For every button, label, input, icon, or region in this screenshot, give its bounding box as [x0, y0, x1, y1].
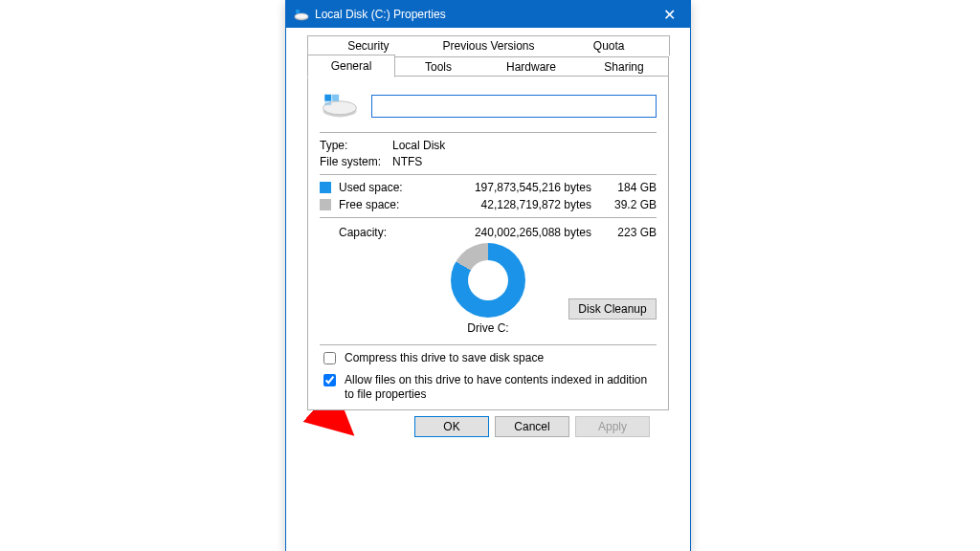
separator — [320, 132, 657, 133]
close-icon: ✕ — [663, 6, 676, 24]
separator — [320, 217, 657, 218]
used-bytes: 197,873,545,216 bytes — [421, 181, 591, 194]
properties-dialog: Local Disk (C:) Properties ✕ Security Pr… — [285, 0, 691, 551]
free-label: Free space: — [339, 198, 415, 211]
apply-button[interactable]: Apply — [575, 416, 650, 437]
dialog-content: Security Previous Versions Quota General… — [286, 28, 690, 441]
ok-button[interactable]: OK — [414, 416, 489, 437]
index-option[interactable]: Allow files on this drive to have conten… — [320, 373, 657, 402]
svg-rect-7 — [324, 102, 331, 106]
capacity-label: Capacity: — [339, 226, 415, 239]
window-title: Local Disk (C:) Properties — [315, 8, 446, 21]
compress-option[interactable]: Compress this drive to save disk space — [320, 351, 657, 367]
tab-quota[interactable]: Quota — [548, 35, 670, 55]
used-gb: 184 GB — [597, 181, 657, 194]
used-swatch-icon — [320, 182, 331, 193]
separator — [320, 344, 657, 345]
used-label: Used space: — [339, 181, 415, 194]
tab-previous-versions[interactable]: Previous Versions — [429, 35, 550, 55]
drive-icon-large — [320, 90, 360, 122]
free-swatch-icon — [320, 199, 331, 210]
capacity-gb: 223 GB — [597, 226, 657, 239]
fs-value: NTFS — [392, 155, 657, 168]
drive-icon — [294, 7, 309, 22]
usage-chart-icon — [451, 243, 525, 318]
cancel-button[interactable]: Cancel — [495, 416, 569, 437]
compress-checkbox[interactable] — [323, 352, 336, 364]
tab-row-2: General Tools Hardware Sharing — [307, 55, 669, 77]
index-label: Allow files on this drive to have conten… — [345, 373, 657, 402]
drive-caption: Drive C: — [467, 321, 508, 335]
type-value: Local Disk — [392, 139, 657, 152]
tab-sharing[interactable]: Sharing — [580, 56, 669, 77]
tab-strip: Security Previous Versions Quota General… — [307, 35, 669, 410]
svg-rect-6 — [332, 95, 339, 101]
titlebar[interactable]: Local Disk (C:) Properties ✕ — [286, 1, 690, 28]
tab-tools[interactable]: Tools — [394, 56, 483, 77]
svg-rect-2 — [296, 10, 300, 13]
general-pane: Type: Local Disk File system: NTFS Used … — [307, 76, 669, 410]
compress-label: Compress this drive to save disk space — [345, 351, 657, 365]
dialog-buttons: OK Cancel Apply — [307, 410, 669, 437]
svg-point-1 — [295, 13, 308, 19]
separator — [320, 174, 657, 175]
type-label: Type: — [320, 139, 392, 152]
tab-security[interactable]: Security — [307, 35, 430, 55]
tab-row-1: Security Previous Versions Quota — [307, 35, 669, 55]
index-checkbox[interactable] — [323, 374, 336, 386]
close-button[interactable]: ✕ — [648, 1, 690, 28]
capacity-bytes: 240,002,265,088 bytes — [421, 226, 591, 239]
free-bytes: 42,128,719,872 bytes — [421, 198, 591, 211]
tab-general[interactable]: General — [307, 55, 395, 77]
volume-name-input[interactable] — [371, 95, 657, 118]
svg-rect-5 — [324, 95, 331, 101]
fs-label: File system: — [320, 155, 392, 168]
disk-cleanup-button[interactable]: Disk Cleanup — [568, 298, 657, 320]
free-gb: 39.2 GB — [597, 198, 657, 211]
tab-hardware[interactable]: Hardware — [482, 56, 581, 77]
